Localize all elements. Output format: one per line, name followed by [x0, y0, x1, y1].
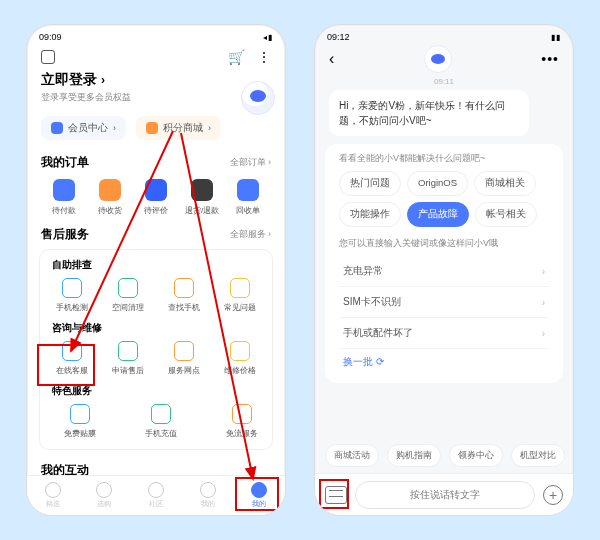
status-time: 09:09 [39, 32, 62, 42]
svc-service-point[interactable]: 服务网点 [156, 341, 212, 376]
heart-icon [45, 482, 61, 498]
order-pending-receive[interactable]: 待收货 [87, 179, 133, 216]
order-pending-review[interactable]: 待评价 [133, 179, 179, 216]
svc-free-data[interactable]: 免流服务 [215, 404, 268, 439]
message-time: 09:11 [315, 77, 573, 86]
annotation-box [319, 479, 349, 509]
orders-title: 我的订单 [41, 154, 89, 171]
faq-item[interactable]: 手机或配件坏了› [339, 318, 549, 349]
bag-icon [96, 482, 112, 498]
group-b-title: 咨询与维修 [42, 319, 270, 339]
quick-compare[interactable]: 机型对比 [511, 444, 565, 467]
chat-header: ‹ ••• [315, 45, 573, 73]
assistant-avatar[interactable] [241, 81, 275, 115]
community-icon [148, 482, 164, 498]
question-icon [230, 278, 250, 298]
svc-recharge[interactable]: 手机充值 [135, 404, 188, 439]
svc-find-phone[interactable]: 查找手机 [156, 278, 212, 313]
svc-apply-aftersale[interactable]: 申请售后 [100, 341, 156, 376]
cat-product-fault[interactable]: 产品故障 [407, 202, 469, 227]
left-phone: 09:09 ◂▮ 🛒 ⋮ 立即登录› 登录享受更多会员权益 会员中心 › 积分商… [26, 24, 286, 516]
faq-hint: 您可以直接输入关键词或像这样问小V哦 [339, 237, 549, 250]
svc-repair-price[interactable]: 维修价格 [212, 341, 268, 376]
cat-account[interactable]: 帐号相关 [475, 202, 537, 227]
back-icon[interactable]: ‹ [329, 50, 334, 68]
cat-hot[interactable]: 热门问题 [339, 171, 401, 196]
order-refund[interactable]: 退货/退款 [179, 179, 225, 216]
right-phone: 09:12 ▮▮ ‹ ••• 09:11 Hi，亲爱的V粉，新年快乐！有什么问题… [314, 24, 574, 516]
cat-function[interactable]: 功能操作 [339, 202, 401, 227]
cat-mall[interactable]: 商城相关 [474, 171, 536, 196]
plus-icon[interactable]: + [543, 485, 563, 505]
order-recycle[interactable]: 回收单 [225, 179, 271, 216]
chevron-right-icon: › [542, 328, 545, 339]
tab-service[interactable]: 我的 [182, 476, 234, 515]
diamond-icon [51, 122, 63, 134]
member-center-chip[interactable]: 会员中心 › [41, 116, 126, 140]
login-title: 立即登录 [41, 71, 97, 87]
chevron-right-icon: › [208, 123, 211, 133]
chevron-right-icon: › [113, 123, 116, 133]
status-time: 09:12 [327, 32, 350, 42]
cat-originos[interactable]: OriginOS [407, 171, 468, 196]
quick-links: 商城活动 购机指南 领券中心 机型对比 以 [315, 438, 573, 473]
header-row: 🛒 ⋮ [27, 45, 285, 69]
recharge-icon [151, 404, 171, 424]
package-icon [99, 179, 121, 201]
orders-row: 待付款 待收货 待评价 退货/退款 回收单 [27, 173, 285, 222]
svc-phone-check[interactable]: 手机检测 [44, 278, 100, 313]
status-icons: ◂▮ [263, 33, 273, 42]
cart-icon[interactable]: 🛒 [228, 49, 245, 65]
order-pending-pay[interactable]: 待付款 [41, 179, 87, 216]
refund-icon [191, 179, 213, 201]
kebab-icon[interactable]: ⋮ [257, 49, 271, 65]
svc-storage-clean[interactable]: 空间清理 [100, 278, 156, 313]
faq-item[interactable]: 充电异常› [339, 256, 549, 287]
login-sub: 登录享受更多会员权益 [41, 91, 271, 104]
settings-hex-icon[interactable] [41, 50, 55, 64]
assistant-avatar[interactable] [424, 45, 452, 73]
pin-icon [174, 341, 194, 361]
svc-free-film[interactable]: 免费贴膜 [54, 404, 107, 439]
quick-activity[interactable]: 商城活动 [325, 444, 379, 467]
wallet-icon [53, 179, 75, 201]
orders-more[interactable]: 全部订单 › [230, 156, 272, 169]
chevron-right-icon: › [101, 73, 105, 87]
input-bar: 按住说话转文字 + [315, 473, 573, 515]
hold-to-talk[interactable]: 按住说话转文字 [355, 481, 535, 509]
tools-icon [200, 482, 216, 498]
clean-icon [118, 278, 138, 298]
tab-featured[interactable]: 精选 [27, 476, 79, 515]
phone-check-icon [62, 278, 82, 298]
tab-shop[interactable]: 选购 [79, 476, 131, 515]
film-icon [70, 404, 90, 424]
more-icon[interactable]: ••• [541, 51, 559, 67]
annotation-box [235, 477, 279, 511]
quick-coupons[interactable]: 领券中心 [449, 444, 503, 467]
annotation-box [37, 344, 95, 386]
category-row: 热门问题 OriginOS 商城相关 功能操作 产品故障 帐号相关 [339, 171, 549, 227]
service-more[interactable]: 全部服务 › [230, 228, 272, 241]
status-bar: 09:09 ◂▮ [27, 25, 285, 45]
service-title: 售后服务 [41, 226, 89, 243]
svc-faq[interactable]: 常见问题 [212, 278, 268, 313]
points-mall-chip[interactable]: 积分商城 › [136, 116, 221, 140]
faq-item[interactable]: SIM卡不识别› [339, 287, 549, 318]
chevron-right-icon: › [542, 266, 545, 277]
coin-icon [146, 122, 158, 134]
quick-guide[interactable]: 购机指南 [387, 444, 441, 467]
panel-hint: 看看全能的小V都能解决什么问题吧~ [339, 152, 549, 165]
locate-icon [174, 278, 194, 298]
tab-community[interactable]: 社区 [130, 476, 182, 515]
form-icon [118, 341, 138, 361]
refresh-button[interactable]: 换一批 ⟳ [339, 349, 549, 375]
data-icon [232, 404, 252, 424]
recycle-icon [237, 179, 259, 201]
chat-icon [145, 179, 167, 201]
status-bar: 09:12 ▮▮ [315, 25, 573, 45]
chevron-right-icon: › [542, 297, 545, 308]
greeting-bubble: Hi，亲爱的V粉，新年快乐！有什么问题，不妨问问小V吧~ [329, 90, 529, 136]
left-scroll: 09:09 ◂▮ 🛒 ⋮ 立即登录› 登录享受更多会员权益 会员中心 › 积分商… [27, 25, 285, 515]
group-a-title: 自助排查 [42, 256, 270, 276]
price-icon [230, 341, 250, 361]
